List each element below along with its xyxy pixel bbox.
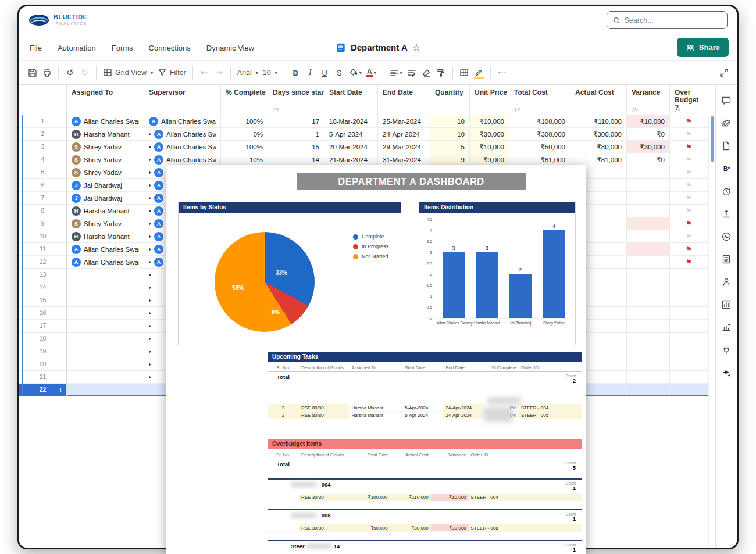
- grid-cell[interactable]: ₹10,000: [627, 115, 670, 127]
- grid-cell[interactable]: [627, 371, 670, 383]
- activity-log-icon[interactable]: [721, 231, 732, 242]
- grid-cell[interactable]: [67, 345, 144, 358]
- search-input[interactable]: [625, 16, 721, 24]
- charts-icon[interactable]: [721, 299, 732, 310]
- grid-cell[interactable]: SShrey Yadav: [67, 217, 144, 230]
- view-selector[interactable]: Grid View▾: [101, 65, 155, 81]
- row-number[interactable]: 13: [19, 269, 67, 281]
- expand-button[interactable]: [716, 65, 731, 81]
- sheet-summary-icon[interactable]: [721, 254, 732, 265]
- save-button[interactable]: [25, 65, 40, 81]
- grid-cell[interactable]: [67, 384, 144, 396]
- menu-item-forms[interactable]: Forms: [112, 44, 133, 52]
- filter-button[interactable]: Filter: [155, 65, 188, 81]
- row-number[interactable]: 3: [19, 141, 67, 153]
- grid-cell[interactable]: ⚑: [670, 205, 708, 217]
- grid-cell[interactable]: [627, 243, 670, 255]
- grid-cell[interactable]: ₹81,000: [570, 153, 627, 166]
- row-number[interactable]: 9: [19, 217, 67, 230]
- column-header-3[interactable]: % Complete: [221, 85, 268, 115]
- grid-cell[interactable]: [670, 345, 708, 358]
- grid-cell[interactable]: 18-Mar-2024: [324, 115, 378, 127]
- grid-cell[interactable]: ₹300,000: [509, 128, 570, 140]
- row-number[interactable]: 19: [19, 345, 67, 358]
- column-header-4[interactable]: Days since startƒx: [268, 85, 324, 115]
- grid-cell[interactable]: JJai Bhardwaj: [67, 179, 144, 191]
- grid-cell[interactable]: [627, 345, 670, 358]
- grid-cell[interactable]: AAllan Charles Swar: [67, 243, 144, 255]
- grid-cell[interactable]: 15: [268, 141, 324, 153]
- grid-cell[interactable]: ⚑: [670, 192, 708, 204]
- grid-cell[interactable]: [67, 269, 144, 281]
- share-button[interactable]: Share: [677, 38, 729, 57]
- grid-cell[interactable]: 10: [430, 128, 470, 140]
- menu-item-connections[interactable]: Connections: [149, 44, 191, 52]
- update-requests-icon[interactable]: [721, 186, 732, 196]
- grid-cell[interactable]: ⚑: [670, 115, 708, 127]
- grid-cell[interactable]: ₹81,000: [509, 153, 570, 166]
- grid-cell[interactable]: [627, 320, 670, 332]
- grid-cell[interactable]: ₹9,000: [470, 153, 509, 166]
- grid-cell[interactable]: ₹30,000: [627, 141, 670, 153]
- column-header-2[interactable]: Supervisor: [144, 85, 221, 115]
- row-number[interactable]: 4: [19, 153, 67, 166]
- grid-cell[interactable]: [67, 307, 144, 319]
- column-header-5[interactable]: Start Date: [324, 85, 378, 115]
- grid-cell[interactable]: [627, 166, 670, 178]
- favorite-star-icon[interactable]: ☆: [412, 42, 420, 53]
- column-header-7[interactable]: Quantity: [430, 85, 470, 115]
- grid-cell[interactable]: [67, 320, 144, 332]
- sheet-title[interactable]: Department A: [351, 42, 408, 52]
- grid-cell[interactable]: [627, 179, 670, 191]
- column-header-8[interactable]: Unit Price: [470, 85, 509, 115]
- wrap-text-button[interactable]: [405, 65, 419, 81]
- search-box[interactable]: [607, 11, 728, 29]
- grid-cell[interactable]: -1: [268, 128, 324, 140]
- font-size-selector[interactable]: 10▾: [261, 65, 280, 81]
- grid-cell[interactable]: 5-Apr-2024: [324, 128, 378, 140]
- grid-cell[interactable]: ⚑: [670, 128, 708, 140]
- grid-cell[interactable]: [627, 230, 670, 242]
- grid-cell[interactable]: ⚑: [670, 243, 708, 255]
- connections-icon[interactable]: [721, 345, 732, 355]
- grid-cell[interactable]: ⚑: [670, 153, 708, 166]
- format-painter-button[interactable]: [434, 65, 448, 81]
- grid-cell[interactable]: [670, 371, 708, 383]
- grid-cell[interactable]: AAllan Charles Swar: [144, 115, 221, 127]
- font-selector[interactable]: Arial▾: [235, 65, 261, 81]
- row-number[interactable]: 22⋮: [19, 384, 67, 396]
- grid-cell[interactable]: ₹80,000: [570, 141, 627, 153]
- select-all-corner[interactable]: [19, 85, 67, 115]
- menu-item-automation[interactable]: Automation: [58, 44, 96, 52]
- grid-cell[interactable]: 25-Mar-2024: [378, 115, 430, 127]
- row-number[interactable]: 1: [19, 115, 67, 127]
- underline-button[interactable]: U: [318, 65, 332, 81]
- grid-cell[interactable]: [627, 294, 670, 306]
- ai-formulas-icon[interactable]: [721, 367, 732, 378]
- grid-cell[interactable]: [67, 358, 144, 370]
- column-header-1[interactable]: Assigned To: [67, 85, 144, 115]
- grid-cell[interactable]: 10: [430, 115, 470, 127]
- grid-cell[interactable]: [670, 384, 708, 396]
- grid-cell[interactable]: [670, 269, 708, 281]
- grid-cell[interactable]: [627, 384, 670, 396]
- grid-cell[interactable]: [627, 333, 670, 345]
- grid-cell[interactable]: ₹0: [627, 153, 670, 166]
- grid-cell[interactable]: ₹10,000: [470, 141, 509, 153]
- grid-cell[interactable]: ₹0: [627, 128, 670, 140]
- grid-cell[interactable]: [670, 320, 708, 332]
- row-number[interactable]: 14: [19, 281, 67, 294]
- grid-cell[interactable]: AAllan Charles Swar: [67, 115, 144, 127]
- print-button[interactable]: [40, 65, 54, 81]
- grid-cell[interactable]: HHarsha Mahant: [67, 230, 144, 242]
- grid-cell[interactable]: [627, 217, 670, 230]
- grid-cell[interactable]: 21-Mar-2024: [324, 153, 378, 166]
- grid-cell[interactable]: 14: [268, 153, 324, 166]
- menu-item-dynamic-view[interactable]: Dynamic View: [206, 44, 254, 52]
- grid-cell[interactable]: [627, 256, 670, 268]
- publish-icon[interactable]: [721, 209, 732, 219]
- cell-format-button[interactable]: [457, 65, 472, 81]
- italic-button[interactable]: I: [303, 65, 318, 81]
- fill-color-button[interactable]: ▾: [347, 65, 364, 81]
- grid-cell[interactable]: 0%: [221, 128, 268, 140]
